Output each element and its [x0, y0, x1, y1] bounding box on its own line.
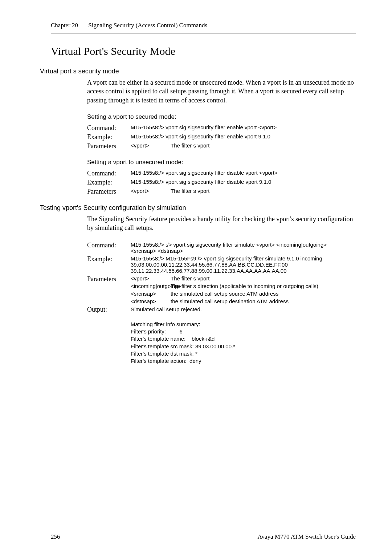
testing-table: Command: M15-155s8:/> :/> vport sig sigs… [87, 241, 334, 365]
body-paragraph: A vport can be either in a secured mode … [87, 78, 356, 105]
page-title: Virtual Port's Security Mode [51, 45, 356, 57]
param-desc: the simulated call setup source ATM addr… [171, 291, 334, 297]
row-val: M15-155s8:/> vport sig sigsecurity filte… [131, 169, 278, 178]
param-name: <incoming|outgoing> [131, 283, 171, 289]
row-val: M15-155s8:/> :/> vport sig sigsecurity f… [131, 241, 334, 255]
row-key: Command: [87, 169, 131, 178]
row-key: Command: [87, 241, 131, 255]
row-key: Parameters [87, 142, 131, 151]
row-val: M15-155s8:/> vport sig sigsecurity filte… [131, 178, 278, 187]
row-val: M15-155s8:/> vport sig sigsecurity filte… [131, 133, 277, 142]
param-desc: The filter s direction (applicable to in… [171, 283, 323, 289]
row-key: Parameters [87, 275, 131, 305]
param-desc: The filter s vport [171, 188, 278, 194]
param-name: <vport> [131, 275, 171, 281]
testing-heading: Testing vport's Security configuration b… [40, 204, 356, 212]
subsection-heading: Virtual port s security mode [40, 68, 356, 75]
row-val: M15-155s8:/> vport sig sigsecurity filte… [131, 123, 277, 133]
page-footer: 256 Avaya M770 ATM Switch User's Guide [51, 530, 356, 540]
unsecured-label: Setting a vport to unsecured mode: [87, 159, 356, 166]
param-name: <dstnsap> [131, 298, 171, 304]
header-rule [51, 33, 356, 33]
testing-body: The Signaling Security feature provides … [87, 215, 356, 232]
unsecured-table: Command: M15-155s8:/> vport sig sigsecur… [87, 169, 278, 196]
row-key: Example: [87, 178, 131, 187]
param-name: <vport> [131, 188, 171, 194]
row-key: Example: [87, 255, 131, 275]
row-key: Example: [87, 133, 131, 142]
param-name: <vport> [131, 142, 171, 149]
row-val: M15-155s8:/> M15-155Fs9:/> vport sig sig… [131, 255, 334, 275]
secured-label: Setting a vport to secured mode: [87, 113, 356, 121]
row-key: Command: [87, 123, 131, 133]
secured-table: Command: M15-155s8:/> vport sig sigsecur… [87, 123, 277, 151]
chapter-title: Signaling Security (Access Control) Comm… [88, 22, 207, 29]
chapter-label: Chapter 20 [51, 22, 78, 29]
param-desc: The filter s vport [171, 142, 277, 149]
param-name: <srcnsap> [131, 291, 171, 297]
row-key: Output: [87, 305, 131, 365]
chapter-header: Chapter 20 Signaling Security (Access Co… [51, 22, 356, 33]
page-number: 256 [51, 533, 60, 540]
output-block: Simulated call setup rejected. Matching … [131, 306, 334, 365]
footer-right: Avaya M770 ATM Switch User's Guide [258, 533, 356, 540]
row-key: Parameters [87, 187, 131, 196]
param-desc: the simulated call setup destination ATM… [171, 298, 334, 304]
param-desc: The filter s vport [171, 275, 334, 281]
